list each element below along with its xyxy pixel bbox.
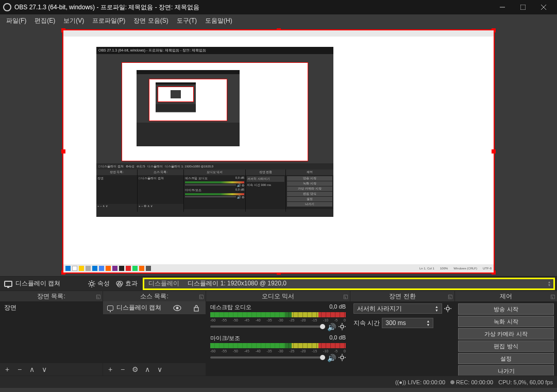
chevron-down-icon: ∨ (42, 365, 47, 373)
scene-add-button[interactable]: + (2, 364, 12, 374)
source-item[interactable]: 디스플레이 캡쳐 (103, 301, 206, 314)
window-titlebar: OBS 27.1.3 (64-bit, windows) - 프로파일: 제목없… (0, 0, 557, 14)
start-recording-button[interactable]: 녹화 시작 (458, 316, 554, 327)
display-select-highlighted[interactable]: 디스플레이 디스플레이 1: 1920x1080 @ 1920,0 ▲▼ (143, 278, 555, 290)
controls-body: 방송 시작 녹화 시작 가상 카메라 시작 편집 방식 설정 나가기 (455, 301, 557, 376)
sources-list[interactable]: 디스플레이 캡쳐 (103, 301, 206, 363)
transition-type-select[interactable]: 서서히 사라지기 ▲▼ (353, 303, 442, 314)
live-status: ((●)) LIVE: 00:00:00 (395, 379, 445, 385)
filters-label: 효과 (125, 279, 138, 288)
preview-area[interactable]: OBS 27.1.3 (64-bit, windows) - 프로파일: 제목없… (0, 27, 557, 276)
broadcast-icon: ((●)) (395, 379, 406, 385)
scenes-list[interactable]: 장면 (0, 301, 103, 363)
scenes-panel: 장면 목록: ◱ 장면 + − ∧ ∨ (0, 291, 103, 376)
slider-thumb[interactable] (320, 355, 325, 360)
transition-settings-button[interactable] (444, 305, 451, 312)
source-toolbar: 디스플레이 캡쳐 속성 효과 디스플레이 디스플레이 1: 1920x1080 … (0, 276, 557, 291)
scene-down-button[interactable]: ∨ (39, 364, 49, 374)
svg-point-19 (341, 325, 344, 328)
svg-point-24 (341, 356, 344, 359)
mixer-meter (210, 343, 346, 348)
exit-button[interactable]: 나가기 (458, 365, 554, 376)
display-select-value: 디스플레이 1: 1920x1080 @ 1920,0 (183, 279, 545, 288)
transitions-title: 장면 전환 (389, 292, 415, 301)
mixer-meter (210, 312, 346, 317)
selected-source-label: 디스플레이 캡쳐 (15, 279, 60, 288)
menu-scene-collection[interactable]: 장면 모음(S) (129, 15, 172, 26)
mute-button[interactable]: 🔊 (327, 354, 336, 361)
mixer-channel-name: 데스크탑 오디오 (210, 303, 251, 311)
mixer-channel-desktop: 데스크탑 오디오0,0 dB -60-55-50-45-40-35-30-25-… (206, 301, 350, 332)
popout-icon[interactable]: ◱ (550, 294, 555, 299)
source-settings-button[interactable]: ⚙ (130, 364, 140, 374)
scene-remove-button[interactable]: − (14, 364, 25, 374)
minus-icon: − (18, 365, 22, 373)
popout-icon[interactable]: ◱ (96, 294, 100, 299)
menu-file[interactable]: 파일(F) (2, 15, 30, 26)
volume-slider[interactable] (210, 326, 325, 328)
source-item-label: 디스플레이 캡쳐 (116, 303, 161, 312)
source-up-button[interactable]: ∧ (142, 364, 153, 374)
window-close-button[interactable] (533, 0, 554, 14)
selection-handle-mr[interactable] (492, 149, 496, 154)
svg-point-4 (90, 282, 93, 285)
controls-title: 제어 (500, 292, 512, 301)
scene-up-button[interactable]: ∧ (27, 364, 37, 374)
menu-edit[interactable]: 편집(E) (30, 15, 59, 26)
channel-settings-button[interactable] (339, 323, 346, 330)
menu-bar: 파일(F) 편집(E) 보기(V) 프로파일(P) 장면 모음(S) 도구(T)… (0, 14, 557, 27)
settings-button[interactable]: 설정 (458, 353, 554, 364)
nested-panels-1: 장면 목록: 장면 + − ∧ ∨ 소스 목록: □ 디스플레이 캡쳐 + − … (96, 169, 333, 212)
monitor-icon (107, 305, 113, 311)
window-minimize-button[interactable] (492, 0, 513, 14)
minimize-icon (500, 5, 505, 10)
select-spinner: ▲▼ (435, 305, 438, 312)
start-virtual-camera-button[interactable]: 가상 카메라 시작 (458, 328, 554, 339)
popout-icon[interactable]: ◱ (343, 294, 348, 299)
status-bar: ((●)) LIVE: 00:00:00 REC: 00:00:00 CPU: … (0, 376, 557, 388)
svg-line-9 (89, 281, 90, 282)
transition-type-value: 서서히 사라지기 (357, 304, 402, 313)
mixer-channel-mic: 마이크/보조0,0 dB -60-55-50-45-40-35-30-25-20… (206, 332, 350, 363)
cpu-status: CPU: 5,0%, 60,00 fps (498, 379, 553, 385)
source-add-button[interactable]: + (105, 364, 115, 374)
lock-icon (193, 304, 199, 312)
start-streaming-button[interactable]: 방송 시작 (458, 303, 554, 315)
svg-point-29 (446, 307, 449, 310)
scene-item[interactable]: 장면 (0, 301, 103, 314)
sources-panel: 소스 목록: ◱ 디스플레이 캡쳐 + − ⚙ ∧ ∨ (103, 291, 206, 376)
controls-panel: 제어 ◱ 방송 시작 녹화 시작 가상 카메라 시작 편집 방식 설정 나가기 (455, 291, 557, 376)
mixer-scale: -60-55-50-45-40-35-30-25-20-15-10-50 (210, 318, 346, 322)
source-down-button[interactable]: ∨ (155, 364, 165, 374)
nested-menubar-1 (96, 54, 333, 60)
source-lock-toggle[interactable] (193, 304, 201, 312)
source-visibility-toggle[interactable] (173, 305, 181, 311)
sources-panel-header: 소스 목록: ◱ (103, 291, 206, 301)
volume-slider[interactable] (210, 356, 325, 359)
mixer-channel-name: 마이크/보조 (210, 334, 240, 342)
transitions-panel-header: 장면 전환 ◱ (350, 291, 454, 301)
display-select-spinner[interactable]: ▲▼ (545, 281, 553, 287)
studio-mode-button[interactable]: 편집 방식 (458, 340, 554, 352)
close-icon (541, 5, 546, 10)
properties-button[interactable]: 속성 (85, 278, 113, 289)
popout-icon[interactable]: ◱ (199, 294, 204, 299)
menu-view[interactable]: 보기(V) (59, 15, 88, 26)
channel-settings-button[interactable] (339, 354, 346, 361)
filters-button[interactable]: 효과 (113, 278, 141, 289)
popout-icon[interactable]: ◱ (448, 294, 452, 299)
menu-profile[interactable]: 프로파일(P) (88, 15, 129, 26)
svg-line-12 (94, 281, 95, 282)
transition-duration-input[interactable]: 300 ms ▲▼ (382, 318, 433, 328)
minus-icon: − (121, 365, 125, 373)
window-maximize-button[interactable] (513, 0, 533, 14)
selection-handle-ml[interactable] (61, 149, 65, 154)
monitor-icon (4, 281, 12, 287)
slider-thumb[interactable] (320, 324, 325, 329)
source-remove-button[interactable]: − (117, 364, 128, 374)
captured-taskbar (63, 30, 494, 37)
nested-preview-1 (96, 60, 333, 163)
mute-button[interactable]: 🔊 (327, 323, 336, 330)
menu-help[interactable]: 도움말(H) (201, 15, 237, 26)
menu-tools[interactable]: 도구(T) (173, 15, 201, 26)
